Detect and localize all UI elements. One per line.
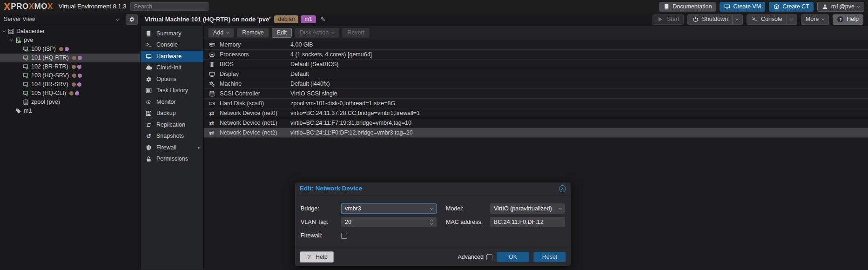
- hardware-row-scsi-controller[interactable]: SCSI ControllerVirtIO SCSI single: [204, 89, 868, 99]
- nav-item-task-history[interactable]: Task History: [141, 85, 203, 97]
- more-button[interactable]: More: [801, 14, 829, 25]
- nav-item-console[interactable]: >_Console: [141, 40, 203, 51]
- tree-item-100-isp[interactable]: 100 (ISP): [0, 45, 140, 54]
- chevron-down-icon[interactable]: [430, 206, 433, 209]
- reset-button[interactable]: Reset: [533, 252, 566, 262]
- button-label: Help: [847, 16, 859, 23]
- nav-item-options[interactable]: Options: [141, 74, 203, 85]
- help-button[interactable]: ? Help: [300, 251, 334, 263]
- hardware-row-network-device-net0[interactable]: ⇄Network Device (net0)virtio=BC:24:11:37…: [204, 108, 868, 118]
- hardware-row-bios[interactable]: BIOSDefault (SeaBIOS): [204, 60, 868, 69]
- button-label: Create VM: [733, 3, 761, 10]
- tree-item-zpool-pve[interactable]: zpool (pve): [0, 98, 140, 107]
- tree-item-pve[interactable]: pve: [0, 36, 140, 45]
- chevron-down-icon: [331, 31, 335, 34]
- hardware-row-network-device-net2[interactable]: ⇄Network Device (net2)virtio=BC:24:11:F0…: [204, 128, 868, 138]
- hardware-row-machine[interactable]: MachineDefault (i440fx): [204, 79, 868, 89]
- nav-item-label: Backup: [156, 110, 176, 117]
- mac-address-field[interactable]: [490, 217, 565, 227]
- sidebar-header: Server View: [0, 13, 140, 26]
- hardware-row-label: Processors: [220, 51, 290, 58]
- nav-item-label: Cloud-Init: [156, 64, 182, 71]
- spinner-down-icon[interactable]: [430, 222, 433, 225]
- ok-button[interactable]: OK: [497, 252, 529, 262]
- toolbar-button-revert[interactable]: Revert: [342, 28, 370, 38]
- mac-address-input[interactable]: [494, 219, 561, 226]
- start-button[interactable]: Start: [653, 14, 684, 25]
- vlan-tag-input[interactable]: [345, 219, 428, 226]
- chevron-down-icon[interactable]: [558, 206, 562, 209]
- toolbar-button-disk-action[interactable]: Disk Action: [295, 28, 339, 38]
- secondary-bar: Server View Virtual Machine 101 (HQ-RTR)…: [0, 13, 868, 26]
- split-caret[interactable]: [732, 15, 738, 24]
- submenu-arrow-icon: ▸: [198, 145, 200, 150]
- tree-item-label: pve: [24, 37, 33, 44]
- search-input[interactable]: [130, 2, 209, 11]
- tree-item-104-br-srv[interactable]: 104 (BR-SRV): [0, 80, 140, 89]
- nav-item-monitor[interactable]: Monitor: [141, 96, 203, 108]
- sidebar-gear-button[interactable]: [126, 14, 138, 25]
- tree-item-102-br-rtr[interactable]: 102 (BR-RTR): [0, 62, 140, 71]
- edit-tags-pencil-icon[interactable]: ✎: [320, 16, 326, 23]
- tree-item-datacenter[interactable]: Datacenter: [0, 27, 140, 36]
- storage-icon: [22, 99, 29, 106]
- tree-item-103-hq-srv[interactable]: 103 (HQ-SRV): [0, 71, 140, 80]
- advanced-toggle[interactable]: Advanced: [458, 254, 492, 261]
- nav-item-summary[interactable]: Summary: [141, 28, 203, 40]
- nav-item-firewall[interactable]: Firewall▸: [141, 142, 203, 154]
- m1-pve-button[interactable]: m1@pve: [817, 2, 864, 12]
- hardware-row-display[interactable]: DisplayDefault: [204, 69, 868, 79]
- split-caret[interactable]: [787, 15, 793, 24]
- proxmox-logo[interactable]: X PROXMOX: [4, 1, 53, 12]
- vm-icon: [22, 73, 29, 79]
- tree-item-105-hq-cli[interactable]: 105 (HQ-CLI): [0, 89, 140, 98]
- dialog-left-column: Bridge: VLAN Tag: Firewall:: [301, 203, 437, 241]
- nav-item-cloud-init[interactable]: Cloud-Init: [141, 62, 203, 74]
- bridge-label: Bridge:: [301, 205, 341, 212]
- button-label: Start: [667, 16, 679, 23]
- toolbar-button-remove[interactable]: Remove: [237, 28, 269, 38]
- help-button[interactable]: ?Help: [833, 14, 863, 25]
- hardware-row-memory[interactable]: Memory4.00 GiB: [204, 40, 868, 50]
- expander-icon[interactable]: [2, 29, 5, 33]
- nav-item-replication[interactable]: Replication: [141, 119, 203, 131]
- power-icon: [692, 16, 699, 23]
- tag-dots: [72, 65, 81, 69]
- advanced-checkbox[interactable]: [486, 254, 492, 260]
- toolbar-button-add[interactable]: Add: [208, 28, 234, 38]
- nav-item-hardware[interactable]: Hardware: [141, 51, 203, 62]
- tag-m1[interactable]: m1: [301, 15, 316, 23]
- create-ct-button[interactable]: Create CT: [769, 2, 814, 12]
- chevron-down-icon: [821, 17, 825, 20]
- tag-debian[interactable]: debian: [274, 15, 298, 23]
- bridge-input[interactable]: [345, 205, 428, 212]
- toolbar-button-edit[interactable]: Edit: [272, 28, 292, 38]
- vm-icon: [22, 90, 29, 97]
- dialog-header[interactable]: Edit: Network Device ×: [295, 182, 571, 196]
- documentation-button[interactable]: Documentation: [659, 2, 716, 12]
- vlan-tag-spinner[interactable]: [341, 217, 437, 227]
- model-input[interactable]: [494, 205, 556, 212]
- view-selector-combo[interactable]: Server View: [0, 14, 123, 25]
- model-combo[interactable]: [490, 203, 565, 214]
- shutdown-button[interactable]: Shutdown: [687, 14, 743, 25]
- hardware-row-value: virtio=BC:24:11:37:28:CC,bridge=vmbr1,fi…: [290, 110, 420, 117]
- create-vm-button[interactable]: Create VM: [720, 2, 765, 12]
- dialog-footer: ? Help Advanced OK Reset: [295, 248, 571, 266]
- hardware-row-hard-disk-scsi0[interactable]: Hard Disk (scsi0)zpool:vm-101-disk-0,iot…: [204, 99, 868, 108]
- tree-item-101-hq-rtr[interactable]: 101 (HQ-RTR): [0, 54, 140, 62]
- hdd-icon: [209, 100, 215, 107]
- nav-item-backup[interactable]: Backup: [141, 108, 203, 120]
- nav-item-snapshots[interactable]: ↺Snapshots: [141, 131, 203, 142]
- bridge-combo[interactable]: [341, 203, 437, 214]
- close-icon[interactable]: ×: [559, 185, 566, 192]
- hardware-row-network-device-net1[interactable]: ⇄Network Device (net1)virtio=BC:24:11:F7…: [204, 118, 868, 128]
- console-button[interactable]: >_Console: [747, 14, 797, 25]
- firewall-checkbox[interactable]: [341, 233, 347, 239]
- expander-icon[interactable]: [9, 38, 13, 41]
- nav-item-permissions[interactable]: Permissions: [141, 154, 203, 165]
- hardware-row-value: 4 (1 sockets, 4 cores) [qemu64]: [290, 51, 372, 58]
- hardware-row-processors[interactable]: Processors4 (1 sockets, 4 cores) [qemu64…: [204, 50, 868, 60]
- tree-item-m1[interactable]: m1: [0, 107, 140, 115]
- play-icon: [657, 16, 664, 23]
